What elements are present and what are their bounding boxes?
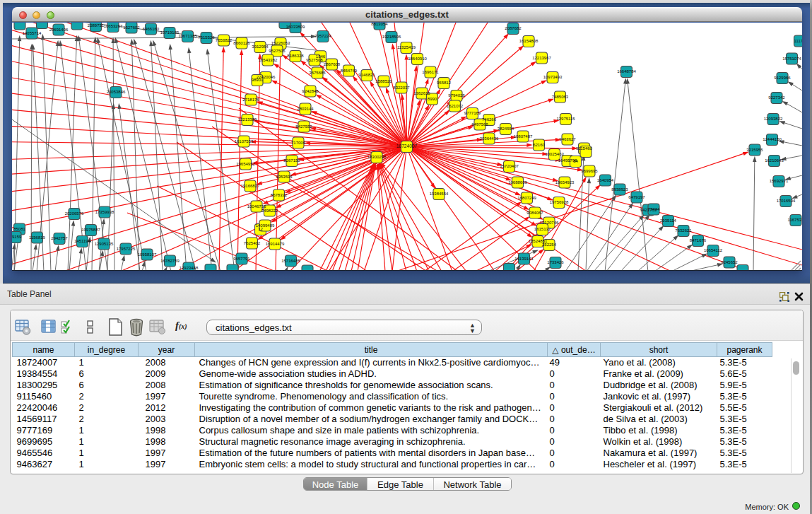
svg-text:10653267: 10653267 — [104, 24, 123, 28]
svg-text:1733426: 1733426 — [547, 260, 564, 264]
svg-text:8813054: 8813054 — [371, 23, 388, 26]
svg-text:15716485: 15716485 — [281, 259, 300, 263]
svg-text:8427552: 8427552 — [295, 124, 312, 129]
svg-text:9463627: 9463627 — [559, 137, 576, 141]
svg-text:18300295: 18300295 — [367, 155, 387, 159]
svg-text:14055714: 14055714 — [23, 31, 42, 35]
svg-text:746266: 746266 — [482, 117, 497, 122]
svg-text:10973493: 10973493 — [543, 75, 563, 79]
svg-text:3215955: 3215955 — [746, 148, 763, 152]
svg-text:17957225: 17957225 — [117, 247, 136, 251]
svg-text:14139141: 14139141 — [514, 257, 534, 261]
svg-text:6466160: 6466160 — [143, 27, 160, 31]
svg-text:16107553: 16107553 — [235, 139, 254, 144]
svg-text:16543382: 16543382 — [259, 58, 278, 62]
svg-text:1527602: 1527602 — [123, 25, 140, 30]
svg-text:18724007: 18724007 — [396, 144, 418, 148]
svg-text:39159: 39159 — [12, 235, 22, 239]
svg-text:7485063: 7485063 — [552, 95, 569, 99]
svg-text:2803144: 2803144 — [297, 107, 314, 111]
svg-text:85081: 85081 — [13, 227, 25, 231]
svg-text:7625402: 7625402 — [244, 241, 261, 245]
svg-text:8990: 8990 — [428, 97, 437, 101]
svg-text:1451194: 1451194 — [74, 239, 91, 243]
svg-text:18640910: 18640910 — [408, 57, 427, 61]
svg-text:2942757: 2942757 — [51, 236, 68, 240]
svg-text:9527506: 9527506 — [269, 49, 286, 53]
svg-text:20691406: 20691406 — [49, 28, 69, 32]
svg-text:12: 12 — [258, 227, 263, 231]
svg-text:19384554: 19384554 — [430, 192, 449, 196]
svg-text:9794028: 9794028 — [448, 93, 465, 98]
svg-text:18807249: 18807249 — [517, 196, 536, 200]
svg-text:19975887: 19975887 — [81, 228, 100, 232]
svg-text:12923448: 12923448 — [180, 266, 199, 270]
svg-text:2089731: 2089731 — [88, 23, 105, 28]
svg-text:11325419: 11325419 — [397, 45, 416, 49]
svg-text:10025463: 10025463 — [545, 152, 564, 156]
svg-text:12213389: 12213389 — [238, 117, 257, 122]
svg-text:16782759: 16782759 — [160, 259, 180, 263]
svg-text:7653822: 7653822 — [216, 38, 233, 42]
svg-text:1621072: 1621072 — [447, 104, 464, 108]
svg-text:9699695: 9699695 — [581, 169, 598, 173]
svg-text:3912954: 3912954 — [252, 45, 269, 49]
svg-text:9146821: 9146821 — [358, 73, 375, 77]
svg-text:1362615: 1362615 — [413, 91, 430, 95]
svg-text:84: 84 — [573, 159, 578, 163]
svg-text:6479197: 6479197 — [628, 195, 645, 199]
svg-text:12975115: 12975115 — [556, 117, 575, 121]
svg-text:10807487: 10807487 — [514, 134, 533, 139]
svg-text:9115460: 9115460 — [576, 146, 593, 151]
svg-text:16210643: 16210643 — [765, 158, 784, 163]
svg-text:62160: 62160 — [533, 143, 545, 147]
svg-text:8267150: 8267150 — [283, 158, 300, 163]
svg-text:19218506: 19218506 — [382, 35, 401, 39]
svg-text:8186328: 8186328 — [287, 54, 304, 58]
svg-text:15692971: 15692971 — [770, 179, 789, 183]
svg-text:12093822: 12093822 — [764, 117, 783, 121]
svg-text:14099489: 14099489 — [256, 223, 275, 228]
svg-text:3824554: 3824554 — [498, 127, 514, 131]
svg-text:15751074: 15751074 — [782, 57, 801, 61]
svg-text:16154808: 16154808 — [519, 39, 539, 43]
svg-text:955812: 955812 — [437, 81, 452, 85]
svg-text:20053846: 20053846 — [107, 90, 126, 94]
svg-text:8678332: 8678332 — [271, 193, 288, 197]
svg-text:10958107: 10958107 — [138, 252, 157, 257]
svg-text:1167533: 1167533 — [788, 218, 802, 222]
svg-text:2718176: 2718176 — [242, 98, 259, 102]
svg-text:77444: 77444 — [648, 207, 660, 211]
svg-text:10688609: 10688609 — [508, 180, 527, 185]
svg-text:12905135: 12905135 — [95, 242, 114, 246]
svg-text:16033809: 16033809 — [286, 25, 305, 29]
svg-text:9245652: 9245652 — [721, 260, 738, 264]
svg-text:8322037: 8322037 — [393, 86, 410, 90]
svg-text:9242848: 9242848 — [302, 89, 319, 93]
svg-text:16648784: 16648784 — [617, 69, 636, 74]
svg-text:19166827: 19166827 — [241, 184, 260, 188]
svg-text:12213967: 12213967 — [532, 56, 551, 60]
svg-text:252254: 252254 — [542, 243, 557, 247]
svg-text:8938923: 8938923 — [611, 187, 628, 192]
svg-text:15720407: 15720407 — [500, 164, 519, 168]
svg-text:10654112: 10654112 — [704, 248, 723, 252]
svg-text:17016504: 17016504 — [777, 199, 796, 203]
svg-text:19654952: 19654952 — [236, 162, 255, 166]
svg-text:17359938: 17359938 — [95, 210, 114, 214]
svg-text:20206576: 20206576 — [65, 211, 84, 216]
svg-text:9129966: 9129966 — [774, 76, 791, 80]
svg-text:1640954: 1640954 — [597, 178, 614, 182]
svg-text:9657791: 9657791 — [233, 257, 250, 261]
svg-text:9227342: 9227342 — [768, 95, 785, 100]
svg-text:10719185: 10719185 — [160, 30, 180, 35]
svg-text:16914479: 16914479 — [266, 242, 285, 246]
svg-text:15226053: 15226053 — [271, 41, 290, 45]
svg-text:1615132: 1615132 — [534, 227, 551, 231]
svg-text:9777169: 9777169 — [464, 111, 481, 115]
svg-text:7357224: 7357224 — [314, 34, 331, 38]
svg-text:2087682: 2087682 — [505, 26, 522, 30]
svg-text:8660126: 8660126 — [233, 41, 250, 45]
svg-text:717006: 717006 — [291, 141, 306, 145]
svg-text:1696171: 1696171 — [422, 70, 439, 74]
